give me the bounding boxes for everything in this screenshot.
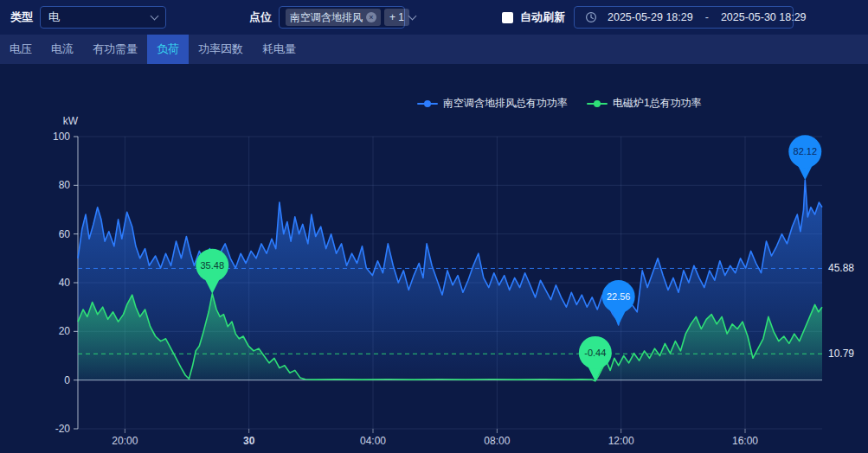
- x-tick-label: 08:00: [484, 435, 510, 447]
- type-label: 类型: [10, 10, 33, 25]
- tab-voltage[interactable]: 电压: [0, 35, 42, 64]
- type-select[interactable]: 电: [40, 6, 166, 29]
- x-tick-label: 16:00: [732, 435, 758, 447]
- y-tick-label: 60: [59, 228, 71, 240]
- point-tag: 南空调含地排风 ×: [286, 9, 381, 26]
- marker-pin-82.12: 82.12: [788, 135, 821, 180]
- average-label: 10.79: [828, 348, 854, 360]
- legend-label: 电磁炉1总有功功率: [613, 96, 702, 111]
- auto-refresh-checkbox[interactable]: [502, 12, 513, 23]
- chevron-down-icon: [408, 12, 417, 21]
- svg-text:-0.44: -0.44: [584, 348, 606, 358]
- average-label: 45.88: [828, 262, 854, 274]
- metric-tabbar: 电压 电流 有功需量 负荷 功率因数 耗电量: [0, 35, 868, 64]
- line-dot-icon: [587, 103, 608, 105]
- date-end[interactable]: 2025-05-30 18:29: [721, 11, 807, 23]
- auto-refresh-group: 自动刷新: [502, 10, 565, 25]
- svg-text:22.56: 22.56: [607, 291, 631, 302]
- line-dot-icon: [417, 103, 438, 105]
- y-tick-label: 0: [64, 374, 70, 386]
- y-tick-label: 80: [59, 179, 71, 191]
- date-separator: -: [705, 11, 709, 23]
- legend-label: 南空调含地排风总有功功率: [443, 96, 568, 111]
- x-tick-label: 30: [243, 435, 255, 447]
- date-start[interactable]: 2025-05-29 18:29: [608, 11, 693, 23]
- y-tick-label: 100: [53, 131, 70, 143]
- load-chart: 100806040200-2020:003004:0008:0012:0016:…: [0, 64, 868, 453]
- legend-item-green[interactable]: 电磁炉1总有功功率: [587, 96, 702, 111]
- chart-legend: 南空调含地排风总有功功率 电磁炉1总有功功率: [417, 96, 702, 111]
- top-toolbar: 类型 电 点位 南空调含地排风 × + 1 自动刷新 2025-05-29 18…: [0, 0, 868, 35]
- x-tick-label: 04:00: [360, 435, 386, 447]
- y-axis-unit: kW: [63, 115, 79, 127]
- auto-refresh-label: 自动刷新: [520, 10, 565, 25]
- tab-current[interactable]: 电流: [42, 35, 83, 64]
- date-range-picker[interactable]: 2025-05-29 18:29 - 2025-05-30 18:29: [574, 6, 794, 29]
- tab-energy[interactable]: 耗电量: [253, 35, 305, 64]
- load-chart-region: 100806040200-2020:003004:0008:0012:0016:…: [0, 64, 868, 453]
- tag-close-icon[interactable]: ×: [366, 12, 376, 22]
- tab-load[interactable]: 负荷: [147, 35, 189, 64]
- type-select-value: 电: [48, 10, 60, 25]
- point-label: 点位: [249, 10, 272, 25]
- legend-item-blue[interactable]: 南空调含地排风总有功功率: [417, 96, 568, 111]
- y-tick-label: 40: [59, 277, 71, 289]
- clock-icon: [585, 11, 597, 23]
- svg-text:82.12: 82.12: [794, 146, 818, 156]
- y-tick-label: -20: [55, 423, 71, 435]
- x-tick-label: 20:00: [112, 435, 138, 447]
- tab-active-demand[interactable]: 有功需量: [83, 35, 147, 64]
- svg-text:35.48: 35.48: [201, 260, 225, 271]
- y-tick-label: 20: [59, 325, 71, 337]
- x-tick-label: 12:00: [608, 435, 634, 447]
- point-multiselect[interactable]: 南空调含地排风 × + 1: [279, 6, 405, 29]
- tab-power-factor[interactable]: 功率因数: [189, 35, 253, 64]
- point-more-tag: + 1: [384, 9, 409, 26]
- point-tag-text: 南空调含地排风: [290, 10, 363, 25]
- chevron-down-icon: [151, 12, 159, 21]
